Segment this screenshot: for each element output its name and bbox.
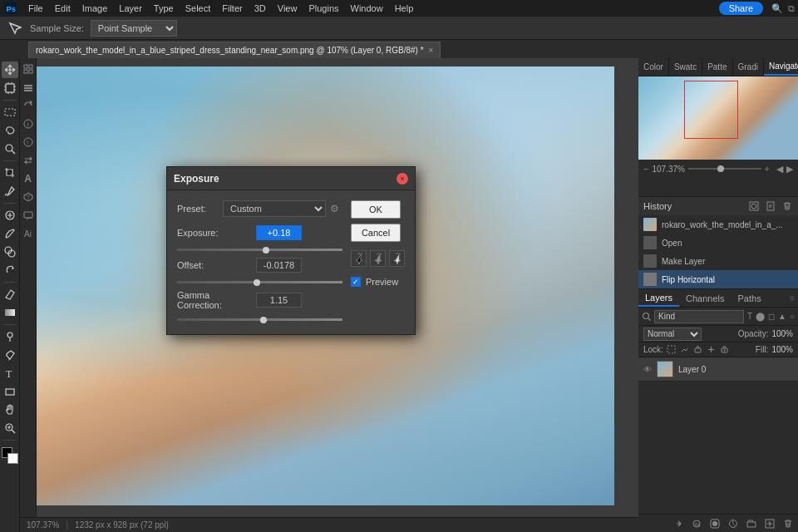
add-style-btn[interactable]: fx	[690, 517, 703, 530]
tab-channels[interactable]: Channels	[679, 289, 731, 307]
tab-close-button[interactable]: ×	[429, 46, 434, 55]
tool-colors[interactable]	[2, 447, 18, 464]
tool-marquee[interactable]	[2, 104, 18, 121]
search-icon[interactable]: 🔍	[771, 3, 783, 14]
menu-select[interactable]: Select	[180, 2, 216, 14]
menu-plugins[interactable]: Plugins	[303, 2, 343, 14]
tool-lasso[interactable]	[2, 122, 18, 139]
sample-size-select[interactable]: Point Sample 3 by 3 Average 5 by 5 Avera…	[91, 20, 177, 37]
menu-type[interactable]: Type	[149, 2, 179, 14]
layer-filter-toggle[interactable]: ○	[790, 312, 795, 321]
lock-all-icon[interactable]	[720, 345, 730, 355]
layer-visibility-icon[interactable]: 👁	[643, 365, 652, 374]
tool-artboard[interactable]	[2, 80, 18, 96]
tool-brush[interactable]	[2, 225, 18, 242]
menu-file[interactable]: File	[23, 2, 48, 14]
menu-edit[interactable]: Edit	[50, 2, 76, 14]
preview-checkbox[interactable]: ✓	[351, 277, 361, 287]
share-button[interactable]: Share	[719, 2, 763, 15]
tool-hand[interactable]	[2, 401, 18, 418]
history-item-3[interactable]: Flip Horizontal	[638, 270, 798, 288]
exposure-slider[interactable]	[177, 249, 342, 251]
tool-move[interactable]	[2, 62, 18, 78]
opacity-value[interactable]: 100%	[771, 329, 793, 338]
layers-kind-filter[interactable]: Kind	[654, 310, 744, 323]
side-icon-layers[interactable]	[21, 80, 36, 95]
side-icon-cube[interactable]	[21, 190, 36, 204]
side-icon-info[interactable]: i	[21, 116, 36, 131]
tab-swatches[interactable]: Swatc	[669, 58, 702, 76]
zoom-slider[interactable]	[688, 168, 761, 170]
lock-image-icon[interactable]	[680, 345, 690, 355]
history-new-doc[interactable]	[765, 200, 776, 212]
gamma-slider[interactable]	[177, 318, 342, 321]
side-icon-rotate[interactable]	[21, 98, 36, 113]
tab-layers[interactable]: Layers	[638, 289, 679, 307]
delete-layer-btn[interactable]	[781, 517, 795, 530]
menu-help[interactable]: Help	[390, 2, 419, 14]
document-tab[interactable]: rokaro_work_the_model_in_a_blue_striped_…	[28, 42, 441, 58]
arrange-icon[interactable]: ⧉	[788, 3, 795, 14]
eyedropper-white[interactable]	[389, 250, 405, 267]
side-icon-grid[interactable]	[21, 62, 36, 76]
layer-filter-smart[interactable]: ◻	[768, 312, 775, 321]
menu-view[interactable]: View	[273, 2, 303, 14]
fill-value[interactable]: 100%	[771, 345, 793, 354]
history-item-1[interactable]: Open	[638, 234, 798, 252]
tool-shape[interactable]	[2, 383, 18, 400]
lock-transparency-icon[interactable]	[667, 345, 677, 355]
tool-heal[interactable]	[2, 207, 18, 224]
menu-window[interactable]: Window	[346, 2, 388, 14]
add-group-btn[interactable]	[745, 517, 758, 530]
add-mask-btn[interactable]	[708, 517, 722, 530]
tab-patterns[interactable]: Patte	[702, 58, 732, 76]
background-color[interactable]	[7, 453, 18, 464]
tab-gradients[interactable]: Gradi	[733, 58, 764, 76]
tool-pen[interactable]	[2, 347, 18, 363]
zoom-in-icon[interactable]: +	[765, 164, 770, 174]
tool-text[interactable]: T	[2, 365, 18, 382]
tool-clone[interactable]	[2, 244, 18, 260]
tool-dodge[interactable]	[2, 328, 18, 345]
preset-select[interactable]: Custom Default	[223, 200, 326, 217]
menu-3d[interactable]: 3D	[249, 2, 271, 14]
layer-item-0[interactable]: 👁 Layer 0	[638, 357, 798, 382]
exposure-value[interactable]: +0.18	[256, 225, 302, 240]
menu-layer[interactable]: Layer	[114, 2, 147, 14]
tool-eraser[interactable]	[2, 286, 18, 303]
tab-navigator[interactable]: Navigator	[764, 58, 798, 76]
layer-name[interactable]: Layer 0	[678, 365, 706, 374]
offset-slider[interactable]	[177, 281, 342, 283]
menu-filter[interactable]: Filter	[217, 2, 247, 14]
cancel-button[interactable]: Cancel	[351, 224, 401, 242]
add-adjustment-btn[interactable]	[727, 517, 740, 530]
eyedropper-black[interactable]	[351, 250, 367, 267]
tab-color[interactable]: Color	[638, 58, 669, 76]
lock-artboard-icon[interactable]	[693, 345, 703, 355]
side-icon-filter[interactable]: !	[21, 135, 36, 150]
layer-filter-shape[interactable]: ▲	[778, 312, 786, 321]
menu-image[interactable]: Image	[77, 2, 113, 14]
side-icon-type[interactable]: Ai	[21, 226, 36, 241]
tool-eyedropper[interactable]	[2, 183, 18, 200]
side-icon-swap[interactable]	[21, 153, 36, 168]
zoom-out-icon[interactable]: −	[643, 164, 648, 174]
gamma-value[interactable]: 1.15	[256, 293, 302, 308]
side-icon-text[interactable]: A	[21, 171, 36, 186]
tool-zoom[interactable]	[2, 420, 18, 436]
history-delete[interactable]	[781, 200, 793, 212]
layers-panel-menu[interactable]: ≡	[790, 293, 795, 303]
side-icon-comment[interactable]	[21, 208, 36, 223]
tool-history-brush[interactable]	[2, 262, 18, 278]
tool-gradient[interactable]	[2, 304, 18, 321]
history-new-snapshot[interactable]	[748, 200, 760, 212]
preset-gear-button[interactable]: ⚙	[326, 200, 342, 217]
eyedropper-gray[interactable]	[370, 250, 386, 267]
ok-button[interactable]: OK	[351, 200, 401, 219]
tool-crop[interactable]	[2, 165, 18, 181]
layer-filter-adj[interactable]: ⬤	[756, 312, 765, 321]
offset-value[interactable]: -0.0178	[256, 258, 302, 273]
history-item-0[interactable]: rokaro_work_the_model_in_a_...	[638, 215, 798, 234]
lock-position-icon[interactable]	[707, 345, 717, 355]
history-item-2[interactable]: Make Layer	[638, 252, 798, 270]
